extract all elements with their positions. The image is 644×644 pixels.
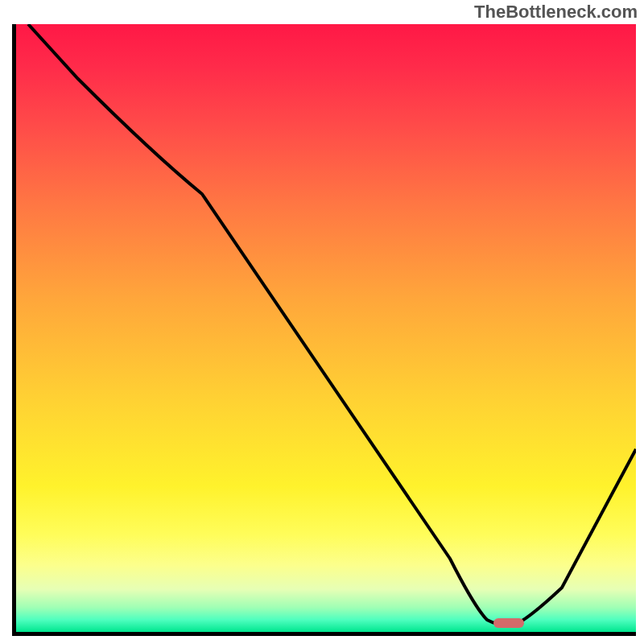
- bottleneck-curve: [28, 24, 636, 625]
- curve-svg: [16, 24, 636, 632]
- plot-area: [12, 24, 636, 636]
- optimal-marker: [493, 618, 524, 628]
- watermark-text: TheBottleneck.com: [474, 2, 638, 23]
